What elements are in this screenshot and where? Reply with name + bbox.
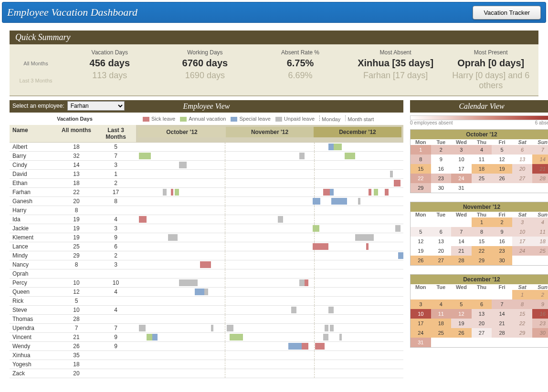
calendar-day[interactable]: 7	[532, 145, 548, 155]
emp-name[interactable]: David	[10, 170, 57, 179]
calendar-day[interactable]: 15	[512, 309, 533, 319]
calendar-day[interactable]: 16	[532, 309, 548, 319]
calendar-day[interactable]: 22	[472, 246, 492, 256]
calendar-day[interactable]: 9	[431, 155, 452, 164]
emp-name[interactable]: Percy	[10, 279, 57, 288]
calendar-day[interactable]: 13	[472, 309, 492, 319]
calendar-day[interactable]: 14	[532, 155, 548, 164]
calendar-day[interactable]: 7	[451, 227, 472, 237]
calendar-day[interactable]: 17	[411, 319, 431, 328]
calendar-day[interactable]: 8	[411, 155, 431, 164]
calendar-day[interactable]: 30	[492, 256, 512, 265]
calendar-day[interactable]: 10	[451, 155, 472, 164]
calendar-day[interactable]: 11	[431, 309, 452, 319]
calendar-day[interactable]: 18	[472, 164, 492, 174]
calendar-day[interactable]: 28	[532, 174, 548, 183]
emp-name[interactable]: Steve	[10, 306, 57, 315]
calendar-day[interactable]: 25	[431, 328, 452, 338]
emp-name[interactable]: Xinhua	[10, 351, 57, 360]
calendar-day[interactable]: 1	[472, 217, 492, 227]
calendar-day[interactable]: 6	[472, 299, 492, 309]
calendar-day[interactable]: 14	[492, 309, 512, 319]
calendar-day[interactable]: 22	[512, 319, 533, 328]
emp-name[interactable]: Queen	[10, 288, 57, 297]
calendar-day[interactable]: 17	[451, 164, 472, 174]
emp-name[interactable]: Harry	[10, 206, 57, 215]
calendar-day[interactable]: 27	[512, 174, 533, 183]
calendar-day[interactable]: 29	[411, 183, 431, 193]
calendar-day[interactable]: 12	[492, 155, 512, 164]
vacation-tracker-button[interactable]: Vacation Tracker	[473, 6, 541, 20]
calendar-day[interactable]: 21	[451, 246, 472, 256]
calendar-day[interactable]: 11	[532, 227, 548, 237]
calendar-day[interactable]: 15	[411, 164, 431, 174]
emp-name[interactable]: Ida	[10, 215, 57, 224]
emp-name[interactable]: Ethan	[10, 179, 57, 188]
emp-name[interactable]: Wendy	[10, 342, 57, 351]
calendar-day[interactable]: 26	[451, 328, 472, 338]
calendar-day[interactable]: 8	[472, 227, 492, 237]
calendar-day[interactable]: 4	[472, 145, 492, 155]
emp-name[interactable]: Ganesh	[10, 197, 57, 206]
emp-name[interactable]: Thomas	[10, 315, 57, 324]
calendar-day[interactable]: 27	[472, 328, 492, 338]
calendar-day[interactable]: 7	[492, 299, 512, 309]
calendar-day[interactable]: 1	[411, 145, 431, 155]
calendar-day[interactable]: 28	[451, 256, 472, 265]
calendar-day[interactable]: 19	[451, 319, 472, 328]
calendar-day[interactable]: 16	[431, 164, 452, 174]
calendar-day[interactable]: 25	[472, 174, 492, 183]
calendar-day[interactable]: 2	[532, 290, 548, 299]
calendar-day[interactable]: 3	[411, 299, 431, 309]
emp-name[interactable]: Upendra	[10, 324, 57, 333]
calendar-day[interactable]: 5	[411, 227, 431, 237]
calendar-day[interactable]: 2	[492, 217, 512, 227]
calendar-day[interactable]: 19	[411, 246, 431, 256]
emp-name[interactable]: Mindy	[10, 251, 57, 260]
calendar-day[interactable]: 28	[492, 328, 512, 338]
calendar-day[interactable]: 22	[411, 174, 431, 183]
calendar-day[interactable]: 31	[411, 338, 431, 347]
calendar-day[interactable]: 26	[492, 174, 512, 183]
calendar-day[interactable]: 12	[411, 237, 431, 246]
calendar-day[interactable]: 24	[512, 246, 533, 256]
emp-name[interactable]: Zack	[10, 369, 57, 378]
calendar-day[interactable]: 13	[512, 155, 533, 164]
calendar-day[interactable]: 18	[431, 319, 452, 328]
emp-name[interactable]: Nancy	[10, 260, 57, 269]
calendar-day[interactable]: 20	[431, 246, 452, 256]
calendar-day[interactable]: 29	[512, 328, 533, 338]
calendar-day[interactable]: 9	[532, 299, 548, 309]
calendar-day[interactable]: 30	[431, 183, 452, 193]
calendar-day[interactable]: 29	[472, 256, 492, 265]
calendar-day[interactable]: 24	[411, 328, 431, 338]
emp-name[interactable]: Oprah	[10, 269, 57, 279]
emp-name[interactable]: Yogesh	[10, 360, 57, 369]
calendar-day[interactable]: 14	[451, 237, 472, 246]
calendar-day[interactable]: 15	[472, 237, 492, 246]
employee-select[interactable]: AlbertBarryCindyDavidEthanFarhanGaneshHa…	[67, 101, 125, 111]
calendar-day[interactable]: 20	[472, 319, 492, 328]
emp-name[interactable]: Barry	[10, 152, 57, 161]
calendar-day[interactable]: 25	[532, 246, 548, 256]
calendar-day[interactable]: 4	[431, 299, 452, 309]
calendar-day[interactable]: 5	[451, 299, 472, 309]
emp-name[interactable]: Klement	[10, 233, 57, 242]
emp-name[interactable]: Rick	[10, 297, 57, 306]
calendar-day[interactable]: 26	[411, 256, 431, 265]
calendar-day[interactable]: 11	[472, 155, 492, 164]
calendar-day[interactable]: 31	[451, 183, 472, 193]
emp-name[interactable]: Lance	[10, 242, 57, 251]
calendar-day[interactable]: 30	[532, 328, 548, 338]
calendar-day[interactable]: 6	[512, 145, 533, 155]
calendar-day[interactable]: 17	[512, 237, 533, 246]
emp-name[interactable]: Cindy	[10, 161, 57, 170]
calendar-day[interactable]: 20	[512, 164, 533, 174]
calendar-day[interactable]: 9	[492, 227, 512, 237]
calendar-day[interactable]: 21	[532, 164, 548, 174]
calendar-day[interactable]: 21	[492, 319, 512, 328]
calendar-day[interactable]: 2	[431, 145, 452, 155]
calendar-day[interactable]: 4	[532, 217, 548, 227]
calendar-day[interactable]: 23	[492, 246, 512, 256]
calendar-day[interactable]: 6	[431, 227, 452, 237]
